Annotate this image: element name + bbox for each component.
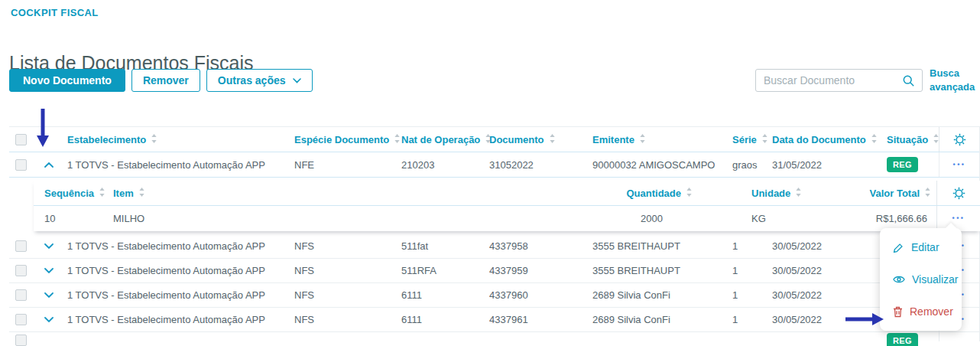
chevron-down-icon (293, 78, 301, 83)
cell-data: 30/05/2022 (768, 240, 883, 252)
other-actions-label: Outras ações (218, 74, 286, 86)
cell-especie: NFS (290, 265, 398, 276)
cell-documento: 31052022 (485, 159, 589, 171)
cell-emitente: 2689 Silvia ConFi (589, 314, 726, 325)
cell-estabelecimento: 1 TOTVS - Estabelecimento Automação APP (61, 314, 290, 325)
other-actions-button[interactable]: Outras ações (206, 69, 313, 92)
row-actions-button[interactable]: ••• (952, 215, 965, 222)
column-header-documento[interactable]: Documento (485, 134, 589, 145)
table-header-row: Estabelecimento Espécie Documento Nat de… (9, 127, 979, 152)
row-checkbox[interactable] (15, 335, 27, 346)
sort-icon[interactable] (925, 188, 930, 199)
sort-icon[interactable] (871, 134, 877, 145)
subcolumn-header-quantidade[interactable]: Quantidade (309, 188, 699, 199)
column-header-serie[interactable]: Série (726, 134, 768, 145)
cell-nat: 6111 (398, 289, 485, 301)
cell-nat: 511fat (398, 240, 485, 252)
cell-nat: 210203 (398, 159, 485, 171)
row-checkbox[interactable] (15, 240, 27, 252)
subcolumn-header-unidade[interactable]: Unidade (699, 188, 814, 199)
table-row[interactable]: 1 TOTVS - Estabelecimento Automação APP … (9, 283, 979, 308)
search-box (755, 69, 923, 92)
expand-row-button[interactable] (37, 317, 61, 322)
trash-icon (893, 306, 903, 318)
row-checkbox[interactable] (15, 265, 27, 276)
column-header-data-documento[interactable]: Data do Documento (768, 134, 883, 145)
sort-icon[interactable] (762, 134, 767, 145)
row-actions-menu: Editar Visualizar Remover (880, 228, 962, 331)
cell-serie: 1 (726, 289, 768, 301)
subcolumn-header-valor-total[interactable]: Valor Total (814, 188, 936, 199)
sort-icon[interactable] (99, 188, 105, 199)
select-all-checkbox[interactable] (15, 134, 27, 145)
cell-especie: NFS (290, 314, 398, 325)
remove-button[interactable]: Remover (131, 69, 200, 92)
documents-table: Estabelecimento Espécie Documento Nat de… (9, 126, 980, 341)
cell-unidade: KG (699, 213, 814, 224)
row-checkbox[interactable] (15, 314, 27, 325)
row-checkbox[interactable] (15, 159, 27, 171)
expand-row-button[interactable] (37, 243, 61, 249)
menu-item-edit[interactable]: Editar (880, 231, 962, 263)
cell-nat: 511RFA (398, 265, 485, 276)
search-icon[interactable] (902, 74, 915, 87)
row-checkbox[interactable] (15, 289, 27, 301)
cell-estabelecimento: 1 TOTVS - Estabelecimento Automação APP (61, 159, 290, 171)
chevron-down-icon (44, 317, 54, 322)
cell-data: 30/05/2022 (768, 289, 883, 301)
cell-valor-total: R$1,666.66 (814, 213, 936, 224)
subtable-row[interactable]: 10 MILHO 2000 KG R$1,666.66 ••• (34, 206, 980, 231)
items-subtable: Sequência Item Quantidade Unidade Valor … (34, 181, 980, 231)
search-input[interactable] (756, 74, 902, 86)
subtable-header-row: Sequência Item Quantidade Unidade Valor … (34, 181, 980, 206)
collapse-row-button[interactable] (37, 162, 61, 168)
cell-especie: NFS (290, 289, 398, 301)
table-settings-cell (939, 127, 979, 152)
chevron-up-icon (44, 162, 54, 168)
table-row[interactable]: REG (9, 332, 979, 341)
sort-icon[interactable] (550, 134, 555, 145)
chevron-down-icon (44, 292, 54, 298)
cell-emitente: 3555 BREITHAUPT (589, 240, 726, 252)
expand-row-button[interactable] (37, 268, 61, 273)
sort-icon[interactable] (151, 134, 157, 145)
table-row[interactable]: 1 TOTVS - Estabelecimento Automação APP … (9, 259, 979, 283)
table-row[interactable]: 1 TOTVS - Estabelecimento Automação APP … (9, 234, 979, 259)
chevron-down-icon (44, 268, 54, 273)
cell-data: 31/05/2022 (768, 159, 883, 171)
cell-emitente: 2689 Silvia ConFi (589, 289, 726, 301)
subcolumn-header-item[interactable]: Item (107, 188, 309, 199)
expanded-row-panel: Sequência Item Quantidade Unidade Valor … (9, 178, 979, 234)
column-header-nat-operacao[interactable]: Nat de Operação (398, 134, 485, 145)
expand-row-button[interactable] (37, 292, 61, 298)
column-header-especie[interactable]: Espécie Documento (290, 134, 398, 145)
advanced-search-link[interactable]: Busca avançada (930, 67, 977, 93)
sort-icon[interactable] (139, 188, 144, 199)
cell-documento: 4337960 (485, 289, 589, 301)
cell-item: MILHO (107, 213, 309, 224)
sort-icon[interactable] (686, 188, 692, 199)
sort-icon[interactable] (640, 134, 645, 145)
menu-item-view[interactable]: Visualizar (880, 263, 962, 295)
cell-emitente: 3555 BREITHAUPT (589, 265, 726, 276)
gear-icon[interactable] (953, 133, 966, 146)
column-header-emitente[interactable]: Emitente (589, 134, 726, 145)
sort-icon[interactable] (796, 188, 801, 199)
menu-item-remove[interactable]: Remover (880, 295, 962, 328)
table-row[interactable]: 1 TOTVS - Estabelecimento Automação APP … (9, 308, 979, 332)
cell-estabelecimento: 1 TOTVS - Estabelecimento Automação APP (61, 265, 290, 276)
cell-documento: 4337959 (485, 265, 589, 276)
subcolumn-header-sequencia[interactable]: Sequência (34, 188, 107, 199)
new-document-button[interactable]: Novo Documento (9, 69, 125, 92)
breadcrumb[interactable]: COCKPIT FISCAL (11, 7, 99, 18)
row-actions-button[interactable]: ••• (953, 162, 966, 168)
chevron-down-icon (44, 243, 54, 249)
cell-serie: 1 (726, 265, 768, 276)
cell-estabelecimento: 1 TOTVS - Estabelecimento Automação APP (61, 240, 290, 252)
gear-icon[interactable] (952, 187, 965, 200)
cell-serie: graos (726, 159, 768, 171)
table-row[interactable]: 1 TOTVS - Estabelecimento Automação APP … (9, 152, 979, 178)
column-header-situacao[interactable]: Situação (883, 134, 939, 145)
cell-nat: 6111 (398, 314, 485, 325)
column-header-estabelecimento[interactable]: Estabelecimento (61, 134, 290, 145)
